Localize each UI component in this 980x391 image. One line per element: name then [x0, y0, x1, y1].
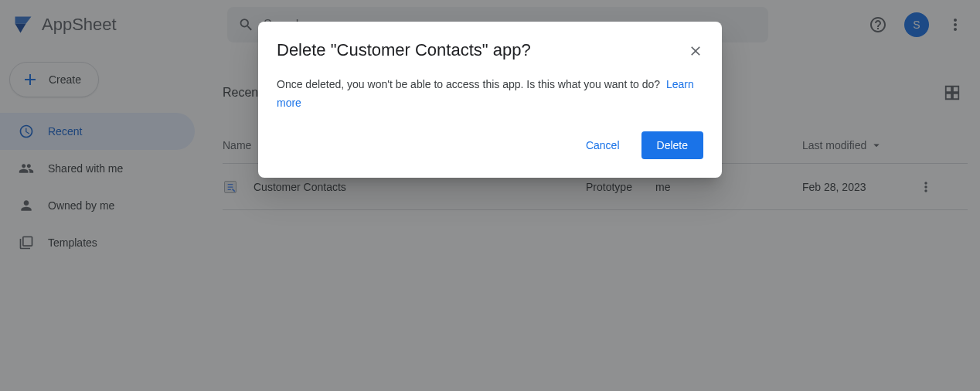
dialog-actions: Cancel Delete: [277, 131, 703, 159]
modal-overlay[interactable]: Delete "Customer Contacts" app? Once del…: [0, 0, 980, 391]
dialog-close-button[interactable]: [683, 39, 708, 63]
cancel-button[interactable]: Cancel: [570, 131, 635, 159]
dialog-title: Delete "Customer Contacts" app?: [277, 40, 703, 60]
delete-dialog: Delete "Customer Contacts" app? Once del…: [258, 22, 722, 178]
close-icon: [688, 43, 703, 59]
dialog-body: Once deleted, you won't be able to acces…: [277, 76, 703, 113]
dialog-body-text: Once deleted, you won't be able to acces…: [277, 78, 660, 90]
delete-button[interactable]: Delete: [641, 131, 703, 159]
